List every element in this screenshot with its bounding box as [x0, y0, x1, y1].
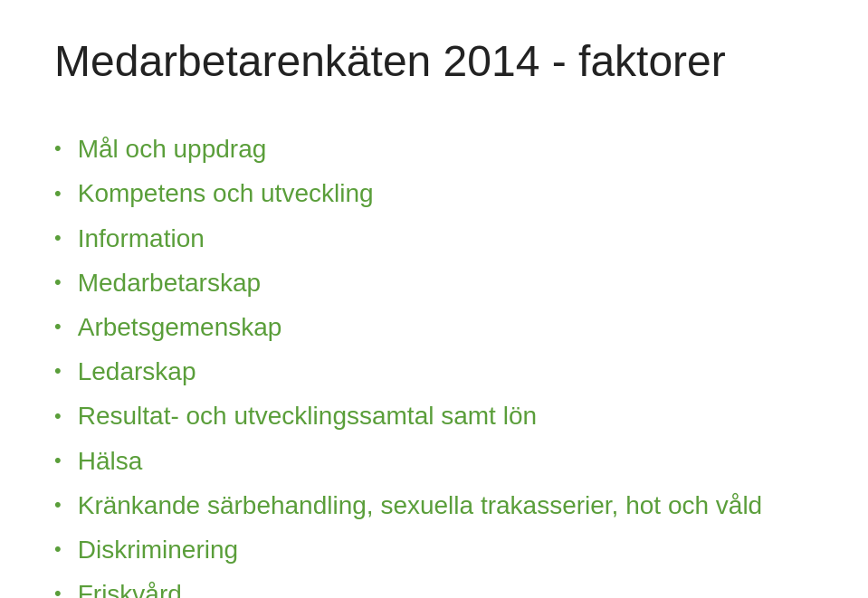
list-item: Hälsa: [54, 443, 814, 479]
list-item-label: Kompetens och utveckling: [78, 176, 374, 211]
list-item: Resultat- och utvecklingssamtal samt lön: [54, 398, 814, 433]
list-item-label: Diskriminering: [78, 532, 238, 567]
list-item-label: Resultat- och utvecklingssamtal samt lön: [78, 398, 537, 433]
list-item-label: Information: [78, 221, 205, 256]
list-item: Ledarskap: [54, 354, 814, 389]
list-item: Arbetsgemenskap: [54, 309, 814, 345]
page-title: Medarbetarenkäten 2014 - faktorer: [54, 36, 814, 86]
list-item-label: Arbetsgemenskap: [78, 309, 282, 345]
list-item: Kompetens och utveckling: [54, 176, 814, 211]
list-item: Information: [54, 221, 814, 256]
list-item: Friskvård: [54, 576, 814, 598]
list-item: Kränkande särbehandling, sexuella trakas…: [54, 488, 814, 523]
items-list: Mål och uppdragKompetens och utvecklingI…: [54, 131, 814, 598]
list-item-label: Kränkande särbehandling, sexuella trakas…: [78, 488, 762, 523]
list-item: Diskriminering: [54, 532, 814, 567]
list-item-label: Ledarskap: [78, 354, 196, 389]
list-item: Mål och uppdrag: [54, 131, 814, 166]
list-item-label: Friskvård: [78, 576, 182, 598]
list-item-label: Medarbetarskap: [78, 265, 261, 300]
list-item-label: Hälsa: [78, 443, 143, 479]
list-item-label: Mål och uppdrag: [78, 131, 267, 166]
list-item: Medarbetarskap: [54, 265, 814, 300]
